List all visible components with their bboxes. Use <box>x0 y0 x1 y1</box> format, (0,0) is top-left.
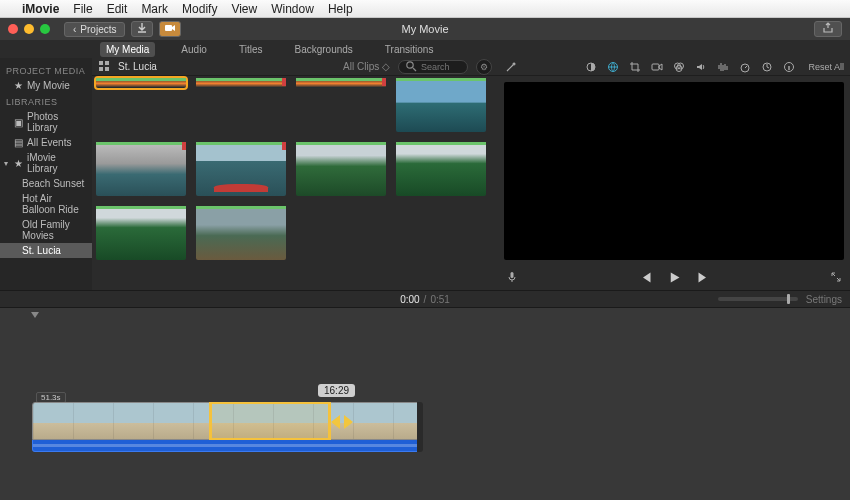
used-indicator <box>396 142 486 145</box>
library-sidebar: PROJECT MEDIA ★ My Movie LIBRARIES ▣ Pho… <box>0 58 92 290</box>
minimize-window-button[interactable] <box>24 24 34 34</box>
sidebar-all-events[interactable]: ▤ All Events <box>0 135 92 150</box>
next-frame-button[interactable] <box>696 270 711 287</box>
timeline-zoom-slider[interactable] <box>718 297 798 301</box>
camera-icon <box>164 22 176 36</box>
record-button[interactable] <box>159 21 181 37</box>
svg-rect-2 <box>105 61 109 65</box>
media-thumbnail[interactable] <box>96 78 186 88</box>
timeline-clip[interactable]: 51.3s <box>32 402 420 452</box>
selection-left-handle[interactable] <box>209 404 212 438</box>
media-thumbnail[interactable] <box>196 206 286 260</box>
media-thumbnail[interactable] <box>96 206 186 260</box>
favorite-marker <box>282 142 286 150</box>
tab-transitions[interactable]: Transitions <box>379 42 440 57</box>
browser-settings-button[interactable]: ⚙ <box>476 59 492 75</box>
magic-wand-icon[interactable] <box>504 60 517 73</box>
used-indicator <box>96 142 186 145</box>
timecode-sep: / <box>424 294 427 305</box>
timeline[interactable]: 16:29 51.3s <box>0 308 850 500</box>
sidebar-events-label: All Events <box>27 137 71 148</box>
tab-backgrounds[interactable]: Backgrounds <box>288 42 358 57</box>
media-thumbnail[interactable] <box>196 142 286 196</box>
trim-arrows[interactable] <box>331 415 353 429</box>
zoom-knob[interactable] <box>787 294 790 304</box>
sidebar-imovie-library[interactable]: ★ iMovie Library <box>0 150 92 176</box>
sidebar-event-2[interactable]: Old Family Movies <box>0 217 92 243</box>
playhead-marker[interactable] <box>31 312 39 318</box>
viewer-canvas[interactable] <box>504 82 844 260</box>
star-icon: ★ <box>14 80 23 91</box>
fullscreen-button[interactable] <box>830 271 842 285</box>
svg-rect-1 <box>99 61 103 65</box>
media-thumbnail[interactable] <box>396 142 486 196</box>
sidebar-event-1[interactable]: Hot Air Balloon Ride <box>0 191 92 217</box>
gear-icon: ⚙ <box>480 62 488 72</box>
svg-rect-0 <box>165 25 172 31</box>
crop-icon[interactable] <box>628 60 641 73</box>
color-balance-icon[interactable] <box>584 60 597 73</box>
photos-icon: ▣ <box>14 117 23 128</box>
favorite-marker <box>282 78 286 86</box>
grid-icon[interactable] <box>98 60 110 74</box>
menu-modify[interactable]: Modify <box>182 2 217 16</box>
search-input-wrap[interactable] <box>398 60 468 74</box>
tab-my-media[interactable]: My Media <box>100 42 155 57</box>
media-thumbnail[interactable] <box>296 142 386 196</box>
speed-icon[interactable] <box>738 60 751 73</box>
svg-rect-4 <box>105 67 109 71</box>
sidebar-photos-library[interactable]: ▣ Photos Library <box>0 109 92 135</box>
share-icon <box>822 22 834 36</box>
clip-audio-track[interactable] <box>32 440 420 452</box>
sidebar-project-item[interactable]: ★ My Movie <box>0 78 92 93</box>
clip-filter-icon[interactable] <box>760 60 773 73</box>
clips-filter-label: All Clips <box>343 61 379 72</box>
prev-frame-button[interactable] <box>638 270 653 287</box>
menu-view[interactable]: View <box>231 2 257 16</box>
zoom-window-button[interactable] <box>40 24 50 34</box>
media-thumbnail[interactable] <box>196 78 286 88</box>
calendar-icon: ▤ <box>14 137 23 148</box>
timeline-settings-button[interactable]: Settings <box>806 294 842 305</box>
playback-controls <box>498 266 850 290</box>
clip-end-handle[interactable] <box>417 402 423 452</box>
noise-reduction-icon[interactable] <box>716 60 729 73</box>
menu-edit[interactable]: Edit <box>107 2 128 16</box>
menu-mark[interactable]: Mark <box>141 2 168 16</box>
clips-filter-button[interactable]: All Clips ◇ <box>343 61 390 72</box>
svg-rect-15 <box>511 272 514 278</box>
media-thumbnail[interactable] <box>396 78 486 132</box>
import-button[interactable] <box>131 21 153 37</box>
color-filter-icon[interactable] <box>672 60 685 73</box>
media-thumbnail[interactable] <box>96 142 186 196</box>
reset-all-button[interactable]: Reset All <box>808 62 844 72</box>
used-indicator <box>196 142 286 145</box>
clip-video-track[interactable] <box>32 402 420 440</box>
sidebar-event-3[interactable]: St. Lucia <box>0 243 92 258</box>
timecode-bar: 0:00 / 0:51 Settings <box>0 290 850 308</box>
sidebar-event-0[interactable]: Beach Sunset <box>0 176 92 191</box>
menu-help[interactable]: Help <box>328 2 353 16</box>
stabilize-icon[interactable] <box>650 60 663 73</box>
tab-audio[interactable]: Audio <box>175 42 213 57</box>
search-input[interactable] <box>421 62 461 72</box>
media-thumbnail[interactable] <box>296 78 386 88</box>
close-window-button[interactable] <box>8 24 18 34</box>
menu-window[interactable]: Window <box>271 2 314 16</box>
timecode-total: 0:51 <box>430 294 449 305</box>
viewer-toolbar: Reset All <box>498 58 850 76</box>
used-indicator <box>296 78 386 81</box>
tab-titles[interactable]: Titles <box>233 42 269 57</box>
info-icon[interactable] <box>782 60 795 73</box>
menu-file[interactable]: File <box>73 2 92 16</box>
back-to-projects-button[interactable]: ‹ Projects <box>64 22 125 37</box>
app-menu[interactable]: iMovie <box>22 2 59 16</box>
volume-icon[interactable] <box>694 60 707 73</box>
voiceover-button[interactable] <box>506 271 518 285</box>
chevron-down-icon: ◇ <box>382 61 390 72</box>
share-button[interactable] <box>814 21 842 37</box>
selection-range[interactable] <box>209 402 331 440</box>
color-correction-icon[interactable] <box>606 60 619 73</box>
svg-point-5 <box>407 61 413 67</box>
play-button[interactable] <box>667 270 682 287</box>
